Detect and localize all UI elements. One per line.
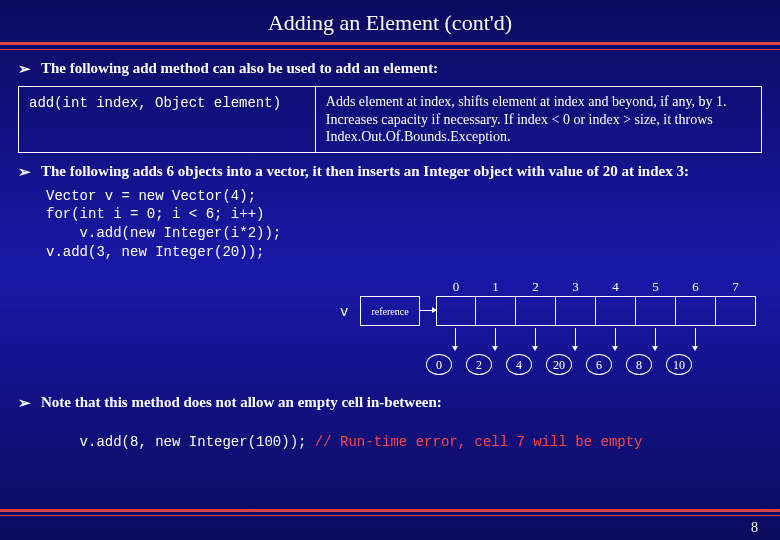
integer-object: 0 xyxy=(426,354,452,375)
array-cell: 1 xyxy=(476,296,516,326)
index-label: 4 xyxy=(596,279,635,295)
error-comment: // Run-time error, cell 7 will be empty xyxy=(315,434,643,450)
integer-object: 2 xyxy=(466,354,492,375)
reference-box: reference xyxy=(360,296,420,326)
pointer-arrow-icon xyxy=(495,328,496,350)
pointer-arrow-icon xyxy=(695,328,696,350)
bullet-3: ➢ Note that this method does not allow a… xyxy=(18,394,762,412)
index-label: 5 xyxy=(636,279,675,295)
array-cell: 7 xyxy=(716,296,756,326)
slide-title: Adding an Element (cont'd) xyxy=(0,0,780,42)
code-example-error: v.add(8, new Integer(100)); // Run-time … xyxy=(46,418,762,466)
array-cell: 6 xyxy=(676,296,716,326)
bullet-3-text: Note that this method does not allow an … xyxy=(41,394,442,411)
footer-rule-thin xyxy=(0,515,780,516)
array-cells: 0 1 2 3 4 5 6 7 xyxy=(436,296,756,326)
array-cell: 5 xyxy=(636,296,676,326)
array-cell: 0 xyxy=(436,296,476,326)
index-label: 1 xyxy=(476,279,515,295)
bullet-2: ➢ The following adds 6 objects into a ve… xyxy=(18,163,762,181)
array-cell: 4 xyxy=(596,296,636,326)
object-row: 0 2 4 20 6 8 10 xyxy=(426,354,692,375)
error-code: v.add(8, new Integer(100)); xyxy=(80,434,315,450)
bullet-arrow-icon: ➢ xyxy=(18,394,31,412)
index-label: 2 xyxy=(516,279,555,295)
integer-object: 10 xyxy=(666,354,692,375)
index-label: 6 xyxy=(676,279,715,295)
vector-diagram: v reference 0 1 2 3 4 5 6 7 0 2 4 20 6 8… xyxy=(18,270,762,380)
pointer-arrow-icon xyxy=(655,328,656,350)
pointer-arrow-icon xyxy=(575,328,576,350)
integer-object: 8 xyxy=(626,354,652,375)
ref-arrow-icon xyxy=(420,310,436,311)
array-cell: 2 xyxy=(516,296,556,326)
bullet-arrow-icon: ➢ xyxy=(18,60,31,78)
pointer-arrow-icon xyxy=(615,328,616,350)
bullet-1-text: The following add method can also be use… xyxy=(41,60,438,77)
index-label: 3 xyxy=(556,279,595,295)
bullet-2-text: The following adds 6 objects into a vect… xyxy=(41,163,689,180)
bullet-arrow-icon: ➢ xyxy=(18,163,31,181)
index-label: 7 xyxy=(716,279,755,295)
bullet-1: ➢ The following add method can also be u… xyxy=(18,60,762,78)
title-rule xyxy=(0,42,780,45)
method-table: add(int index, Object element) Adds elem… xyxy=(18,86,762,153)
slide-content: ➢ The following add method can also be u… xyxy=(0,60,780,466)
code-example-1: Vector v = new Vector(4); for(int i = 0;… xyxy=(46,187,762,263)
page-number: 8 xyxy=(751,520,758,536)
index-label: 0 xyxy=(437,279,475,295)
integer-object: 20 xyxy=(546,354,572,375)
array-cell: 3 xyxy=(556,296,596,326)
integer-object: 6 xyxy=(586,354,612,375)
pointer-arrow-icon xyxy=(455,328,456,350)
method-description: Adds element at index, shifts element at… xyxy=(316,87,761,152)
method-signature: add(int index, Object element) xyxy=(19,87,316,152)
var-label: v xyxy=(340,304,348,320)
title-rule-thin xyxy=(0,49,780,50)
footer-rule xyxy=(0,509,780,512)
integer-object: 4 xyxy=(506,354,532,375)
pointer-arrow-icon xyxy=(535,328,536,350)
